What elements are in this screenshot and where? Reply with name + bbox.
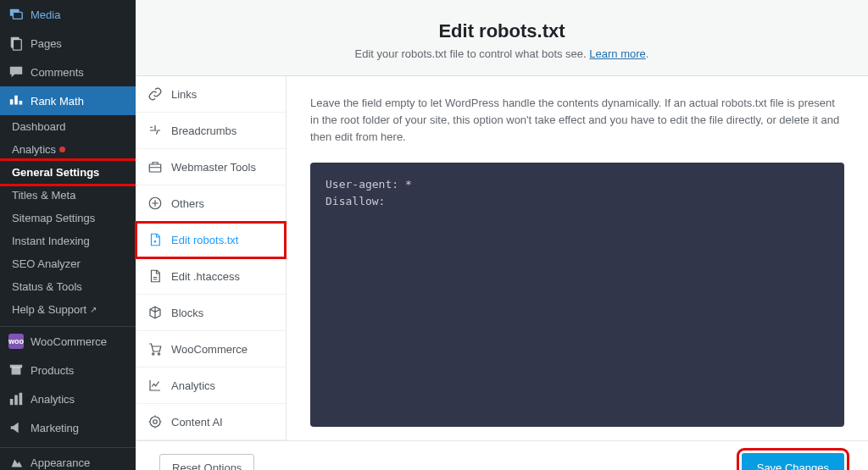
sidebar-item-label: Appearance bbox=[31, 456, 90, 469]
settings-body: Links Breadcrumbs Webmaster Tools Others… bbox=[136, 75, 868, 440]
tab-label: Webmaster Tools bbox=[171, 161, 256, 174]
chart-icon bbox=[147, 378, 163, 393]
submenu-analytics[interactable]: Analytics bbox=[0, 138, 136, 161]
settings-panel: Leave the field empty to let WordPress h… bbox=[287, 76, 868, 440]
svg-point-12 bbox=[153, 353, 154, 355]
submenu-titles[interactable]: Titles & Meta bbox=[0, 184, 136, 207]
breadcrumbs-icon bbox=[147, 123, 163, 138]
svg-rect-9 bbox=[149, 164, 161, 172]
svg-point-15 bbox=[153, 420, 158, 424]
svg-rect-5 bbox=[10, 365, 22, 368]
svg-rect-4 bbox=[12, 367, 21, 374]
submenu-general-settings[interactable]: General Settings bbox=[0, 161, 136, 184]
submenu-seo-analyzer[interactable]: SEO Analyzer bbox=[0, 252, 136, 275]
submenu-instant-indexing[interactable]: Instant Indexing bbox=[0, 229, 136, 252]
analytics-icon bbox=[8, 391, 24, 406]
comments-icon bbox=[8, 64, 24, 80]
tab-edit-robots[interactable]: Edit robots.txt bbox=[136, 222, 286, 258]
tab-breadcrumbs[interactable]: Breadcrumbs bbox=[136, 113, 286, 149]
sidebar-item-label: WooCommerce bbox=[31, 335, 107, 348]
sidebar-item-label: Analytics bbox=[31, 393, 75, 406]
tab-label: Links bbox=[171, 88, 197, 101]
tab-label: Edit robots.txt bbox=[171, 234, 238, 246]
page-subtitle: Edit your robots.txt file to control wha… bbox=[153, 47, 851, 60]
sidebar-item-label: Pages bbox=[31, 37, 62, 50]
sidebar-item-analytics[interactable]: Analytics bbox=[0, 384, 136, 413]
settings-tabs: Links Breadcrumbs Webmaster Tools Others… bbox=[136, 76, 287, 440]
external-link-icon: ↗ bbox=[90, 305, 97, 314]
links-icon bbox=[147, 86, 163, 102]
svg-rect-7 bbox=[14, 395, 18, 406]
tab-others[interactable]: Others bbox=[136, 185, 286, 222]
tab-analytics[interactable]: Analytics bbox=[136, 368, 286, 404]
page-title: Edit robots.txt bbox=[153, 20, 851, 42]
tab-blocks[interactable]: Blocks bbox=[136, 295, 286, 331]
others-icon bbox=[147, 196, 163, 211]
cart-icon bbox=[147, 341, 163, 357]
tab-label: Edit .htaccess bbox=[171, 270, 240, 283]
sidebar-item-label: Products bbox=[31, 364, 74, 377]
svg-rect-6 bbox=[10, 399, 14, 405]
sidebar-item-media[interactable]: Media bbox=[0, 0, 136, 29]
submenu-status-tools[interactable]: Status & Tools bbox=[0, 275, 136, 298]
svg-point-11 bbox=[154, 241, 156, 243]
page-header: Edit robots.txt Edit your robots.txt fil… bbox=[136, 0, 868, 75]
rankmath-icon bbox=[8, 93, 24, 108]
toolbox-icon bbox=[147, 159, 163, 174]
submenu-help-support[interactable]: Help & Support ↗ bbox=[0, 298, 136, 321]
main-content: Edit robots.txt Edit your robots.txt fil… bbox=[136, 0, 868, 470]
svg-rect-1 bbox=[13, 12, 22, 19]
svg-rect-8 bbox=[19, 393, 23, 405]
reset-options-button[interactable]: Reset Options bbox=[159, 454, 254, 470]
tab-webmaster-tools[interactable]: Webmaster Tools bbox=[136, 149, 286, 185]
tab-content-ai[interactable]: Content AI bbox=[136, 404, 286, 440]
products-icon bbox=[8, 362, 24, 378]
appearance-icon bbox=[8, 455, 24, 470]
settings-footer: Reset Options Save Changes bbox=[136, 440, 868, 470]
sidebar-item-label: Media bbox=[31, 8, 60, 21]
tab-label: Blocks bbox=[171, 307, 203, 319]
tab-edit-htaccess[interactable]: Edit .htaccess bbox=[136, 258, 286, 295]
tab-label: WooCommerce bbox=[171, 343, 248, 356]
panel-description: Leave the field empty to let WordPress h… bbox=[310, 95, 844, 146]
svg-point-14 bbox=[150, 417, 160, 427]
tab-links[interactable]: Links bbox=[136, 76, 286, 113]
sidebar-item-marketing[interactable]: Marketing bbox=[0, 413, 136, 442]
sidebar-item-comments[interactable]: Comments bbox=[0, 58, 136, 86]
tab-woocommerce[interactable]: WooCommerce bbox=[136, 331, 286, 368]
sidebar-item-woocommerce[interactable]: woo WooCommerce bbox=[0, 327, 136, 356]
submenu-dashboard[interactable]: Dashboard bbox=[0, 115, 136, 138]
tab-label: Analytics bbox=[171, 379, 215, 392]
file-icon bbox=[147, 268, 163, 284]
sidebar-item-label: Marketing bbox=[31, 422, 79, 434]
tab-label: Others bbox=[171, 197, 204, 210]
sidebar-item-appearance[interactable]: Appearance bbox=[0, 448, 136, 470]
svg-rect-3 bbox=[13, 40, 21, 51]
sidebar-item-label: Comments bbox=[31, 66, 84, 79]
sidebar-item-pages[interactable]: Pages bbox=[0, 29, 136, 58]
blocks-icon bbox=[147, 305, 163, 320]
marketing-icon bbox=[8, 420, 24, 435]
tab-label: Breadcrumbs bbox=[171, 124, 236, 137]
sidebar-item-label: Rank Math bbox=[31, 95, 84, 108]
media-icon bbox=[8, 7, 24, 22]
woocommerce-icon: woo bbox=[8, 334, 24, 349]
admin-sidebar: Media Pages Comments Rank Math Dashboard… bbox=[0, 0, 136, 470]
ai-icon bbox=[147, 414, 163, 429]
sidebar-item-rankmath[interactable]: Rank Math bbox=[0, 86, 136, 115]
svg-point-13 bbox=[158, 353, 159, 355]
sidebar-item-products[interactable]: Products bbox=[0, 356, 136, 384]
learn-more-link[interactable]: Learn more bbox=[589, 47, 645, 60]
save-changes-button[interactable]: Save Changes bbox=[742, 453, 844, 470]
robots-editor[interactable]: User-agent: * Disallow: bbox=[310, 163, 844, 427]
pages-icon bbox=[8, 36, 24, 51]
update-dot-icon bbox=[59, 147, 65, 152]
submenu-sitemap[interactable]: Sitemap Settings bbox=[0, 207, 136, 229]
file-icon bbox=[147, 232, 163, 247]
tab-label: Content AI bbox=[171, 416, 223, 429]
